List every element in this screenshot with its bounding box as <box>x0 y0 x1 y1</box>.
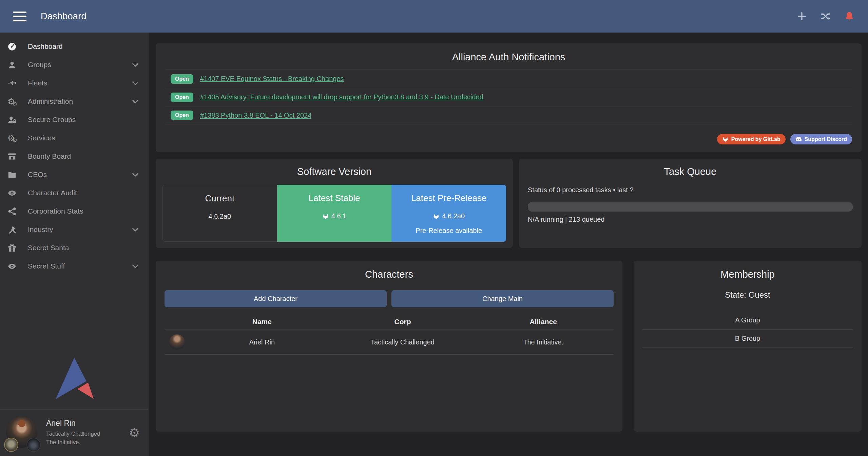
badge-label: Powered by GitLab <box>731 136 780 142</box>
version-cell-latest-stable: Latest Stable4.6.1 <box>277 185 392 242</box>
gitlab-icon <box>322 213 329 220</box>
discord-icon <box>795 136 802 142</box>
sidebar-item-secret-stuff[interactable]: Secret Stuff <box>0 257 149 275</box>
user-icon <box>7 60 23 70</box>
notification-row: Open#1383 Python 3.8 EOL - 14 Oct 2024 <box>165 106 852 124</box>
support-discord-badge[interactable]: Support Discord <box>790 134 852 144</box>
gauge-icon <box>7 42 23 51</box>
character-avatar <box>169 334 185 350</box>
sidebar-item-label: Services <box>28 134 55 142</box>
sidebar-item-label: Bounty Board <box>28 152 71 160</box>
eye-icon <box>7 262 23 271</box>
characters-table-header: NameCorpAlliance <box>165 314 614 330</box>
sidebar-item-dashboard[interactable]: Dashboard <box>0 37 149 56</box>
user-info: Ariel Rin Tactically Challenged The Init… <box>46 419 100 447</box>
column-header-corp: Corp <box>332 318 473 326</box>
gifts-icon <box>7 243 23 253</box>
version-cells: Current4.6.2a0Latest Stable4.6.1Latest P… <box>162 185 506 242</box>
notification-link[interactable]: #1405 Advisory: Future development will … <box>200 93 483 101</box>
sidebar-item-label: Character Audit <box>28 189 77 197</box>
chevron-down-icon <box>131 60 140 69</box>
sidebar-item-secret-santa[interactable]: Secret Santa <box>0 239 149 257</box>
cell-alliance: The Initiative. <box>473 338 614 346</box>
characters-buttons: Add CharacterChange Main <box>165 290 614 307</box>
store-icon <box>7 152 23 161</box>
column-header-name: Name <box>192 318 332 326</box>
user-lock-icon <box>7 115 23 124</box>
sidebar-item-secure-groups[interactable]: Secure Groups <box>0 111 149 129</box>
alliance-logo-badge <box>26 438 41 452</box>
version-cell-current: Current4.6.2a0 <box>162 185 277 242</box>
sidebar-item-industry[interactable]: Industry <box>0 220 149 239</box>
task-queue-panel: Task Queue Status of 0 processed tasks •… <box>519 159 862 248</box>
add-character-button[interactable]: Add Character <box>165 290 387 307</box>
version-cell-label: Latest Stable <box>277 193 392 203</box>
cell-corp: Tactically Challenged <box>332 338 473 346</box>
powered-by-gitlab-badge[interactable]: Powered by GitLab <box>717 134 786 144</box>
alliance-auth-logo <box>0 357 149 409</box>
status-badge: Open <box>171 111 193 120</box>
characters-table: NameCorpAlliance Ariel RinTactically Cha… <box>165 314 614 355</box>
notification-link[interactable]: #1383 Python 3.8 EOL - 14 Oct 2024 <box>200 112 311 119</box>
sidebar-item-label: CEOs <box>28 171 47 179</box>
corp-logo-badge <box>4 438 18 452</box>
sidebar-item-ceos[interactable]: CEOs <box>0 165 149 184</box>
sidebar-item-label: Administration <box>28 97 73 105</box>
sidebar-item-bounty-board[interactable]: Bounty Board <box>0 147 149 165</box>
chevron-down-icon <box>131 170 140 179</box>
characters-panel: Characters Add CharacterChange Main Name… <box>156 261 622 432</box>
task-queue-status: Status of 0 processed tasks • last ? <box>528 186 853 194</box>
plus-icon[interactable] <box>796 11 808 22</box>
sidebar-item-administration[interactable]: ⚙⚙Administration <box>0 92 149 111</box>
gears-icon: ⚙⚙ <box>7 97 23 106</box>
sidebar-item-label: Groups <box>28 61 51 69</box>
bell-icon[interactable] <box>844 11 855 22</box>
column-header-alliance: Alliance <box>473 318 614 326</box>
footer-badges: Powered by GitLabSupport Discord <box>165 134 852 144</box>
membership-state: State: Guest <box>642 290 853 300</box>
gitlab-icon <box>433 213 440 220</box>
sidebar-item-services[interactable]: ⚙⚙Services <box>0 129 149 147</box>
sidebar-item-character-audit[interactable]: Character Audit <box>0 184 149 202</box>
chevron-down-icon <box>131 97 140 106</box>
menu-icon[interactable] <box>13 12 26 21</box>
sidebar-item-fleets[interactable]: Fleets <box>0 74 149 92</box>
gitlab-icon <box>722 136 729 142</box>
folder-icon <box>7 170 23 179</box>
characters-title: Characters <box>165 269 614 280</box>
logo-blue-shape <box>56 358 86 399</box>
task-queue-title: Task Queue <box>528 166 853 177</box>
eye-icon <box>7 189 23 198</box>
version-value: 4.6.2a0 <box>391 212 506 220</box>
status-badge: Open <box>171 74 193 84</box>
notification-link[interactable]: #1407 EVE Equinox Status - Breaking Chan… <box>200 75 344 83</box>
share-nodes-icon <box>7 207 23 216</box>
membership-groups: A GroupB Group <box>642 311 853 348</box>
notifications-title: Alliance Auth Notifications <box>165 52 852 63</box>
change-main-button[interactable]: Change Main <box>391 290 614 307</box>
page-title: Dashboard <box>41 11 86 22</box>
notifications-panel: Alliance Auth Notifications Open#1407 EV… <box>156 43 862 152</box>
hammer-icon <box>7 225 23 234</box>
sidebar-item-groups[interactable]: Groups <box>0 56 149 74</box>
sidebar-item-label: Industry <box>28 225 53 234</box>
gear-icon[interactable]: ⚙ <box>129 427 140 439</box>
membership-panel: Membership State: Guest A GroupB Group <box>634 261 862 432</box>
shuffle-icon[interactable] <box>820 11 831 22</box>
gears-icon: ⚙⚙ <box>7 134 23 142</box>
bottom-row: Characters Add CharacterChange Main Name… <box>156 261 862 432</box>
task-queue-progressbar <box>528 202 853 212</box>
characters-table-body: Ariel RinTactically ChallengedThe Initia… <box>165 330 614 355</box>
chevron-down-icon <box>131 225 140 234</box>
notifications-list: Open#1407 EVE Equinox Status - Breaking … <box>165 70 852 124</box>
prerelease-note: Pre-Release available <box>391 227 506 235</box>
cell-name: Ariel Rin <box>192 338 332 346</box>
version-value: 4.6.1 <box>277 212 392 220</box>
version-value: 4.6.2a0 <box>163 213 277 220</box>
sidebar-item-corporation-stats[interactable]: Corporation Stats <box>0 202 149 220</box>
software-version-title: Software Version <box>162 166 506 177</box>
navbar-actions <box>796 11 855 22</box>
user-avatar[interactable] <box>6 417 39 449</box>
sidebar-item-label: Secret Stuff <box>28 262 65 270</box>
user-panel: Ariel Rin Tactically Challenged The Init… <box>0 409 149 456</box>
